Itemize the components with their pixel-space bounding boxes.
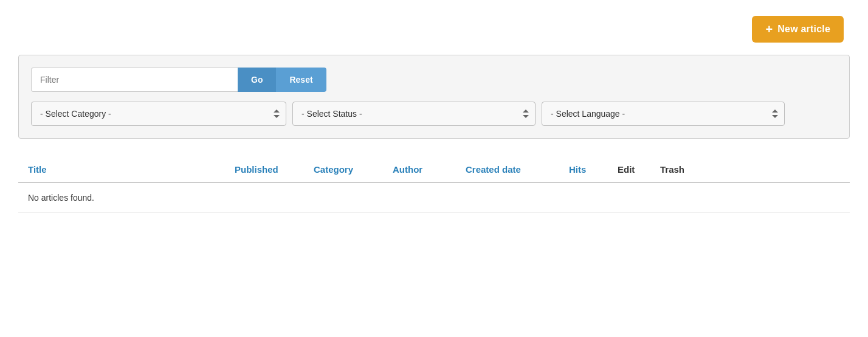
filter-row-2: - Select Category - - Select Status - - … — [31, 102, 837, 126]
header-row: + New article — [12, 10, 856, 55]
category-select[interactable]: - Select Category - — [31, 102, 286, 126]
reset-button[interactable]: Reset — [276, 68, 326, 92]
filter-row-1: Go Reset — [31, 68, 837, 92]
table-header: Title Published Category Author Created … — [18, 157, 850, 183]
new-article-button[interactable]: + New article — [752, 16, 844, 43]
col-header-edit: Edit — [618, 164, 660, 175]
page-container: + New article Go Reset - Select Category… — [0, 0, 868, 337]
filter-input[interactable] — [31, 68, 238, 92]
col-header-hits[interactable]: Hits — [569, 164, 618, 175]
go-button[interactable]: Go — [238, 68, 276, 92]
col-header-created-date[interactable]: Created date — [466, 164, 569, 175]
col-header-published[interactable]: Published — [235, 164, 314, 175]
col-header-category[interactable]: Category — [314, 164, 393, 175]
empty-message: No articles found. — [18, 183, 850, 213]
language-select[interactable]: - Select Language - — [542, 102, 785, 126]
col-header-title[interactable]: Title — [28, 164, 235, 175]
col-header-author[interactable]: Author — [393, 164, 466, 175]
col-header-trash: Trash — [660, 164, 703, 175]
table-container: Title Published Category Author Created … — [18, 157, 850, 213]
status-select[interactable]: - Select Status - — [292, 102, 536, 126]
new-article-label: New article — [777, 24, 830, 35]
plus-icon: + — [765, 23, 773, 35]
filter-panel: Go Reset - Select Category - - Select St… — [18, 55, 850, 139]
